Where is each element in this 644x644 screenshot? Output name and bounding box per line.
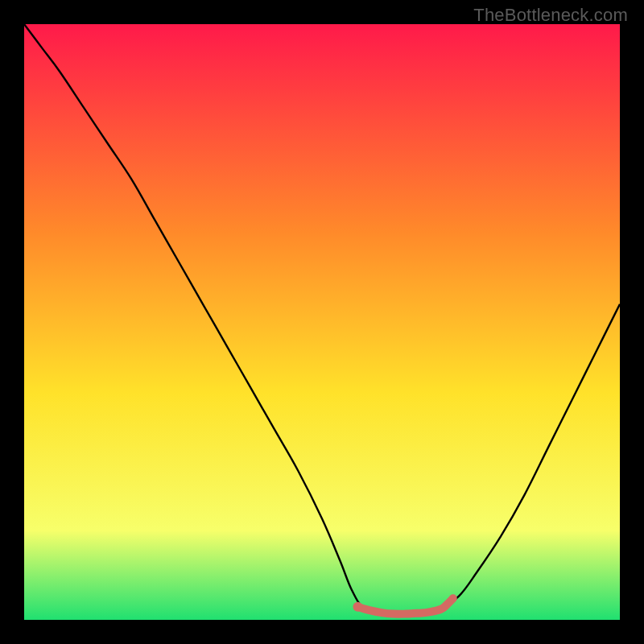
chart-container: TheBottleneck.com bbox=[0, 0, 644, 644]
marker-dot bbox=[353, 602, 362, 612]
chart-svg bbox=[24, 24, 620, 620]
plot-area bbox=[24, 24, 620, 620]
gradient-background bbox=[24, 24, 620, 620]
watermark-text: TheBottleneck.com bbox=[473, 5, 628, 26]
